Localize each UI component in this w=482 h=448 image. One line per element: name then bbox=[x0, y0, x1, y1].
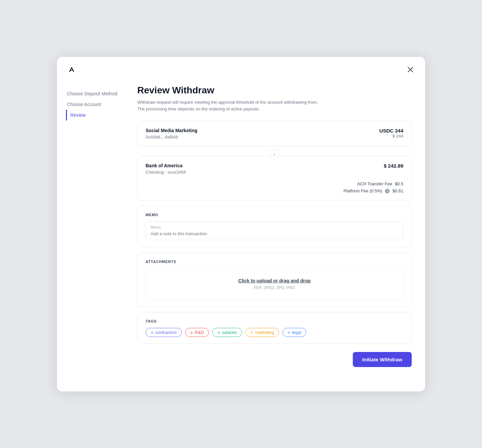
page-title: Review Withdraw bbox=[137, 85, 412, 96]
sidebar-item-review[interactable]: Review bbox=[66, 110, 120, 120]
info-icon[interactable]: i bbox=[385, 189, 390, 193]
ach-fee-row: ACH Transfer Fee $0.5 bbox=[146, 181, 403, 186]
sidebar-item-choose-account[interactable]: Choose Account bbox=[67, 99, 120, 110]
from-account-info: Social Media Marketing 0xA0b8....6eB48 bbox=[146, 128, 197, 140]
down-arrow-icon: ↓ bbox=[270, 149, 279, 159]
ach-fee-label: ACH Transfer Fee bbox=[357, 181, 392, 186]
platform-fee-row: Platform Fee (0.5%) i $0.61 bbox=[146, 188, 403, 193]
from-account-address: 0xA0b8....6eB48 bbox=[146, 135, 197, 140]
tags-card: TAGS + contractors + R&D + salaries bbox=[137, 312, 412, 344]
to-card: Bank of America Checking - xxxx3456 $ 24… bbox=[137, 156, 412, 200]
footer-actions: Initiate Withdraw bbox=[137, 352, 412, 367]
attachments-card: ATTACHMENTS Click to upload or drag and … bbox=[137, 253, 412, 307]
from-amount-usdc: USDC 244 bbox=[379, 128, 403, 133]
from-amount-info: USDC 244 $ 244 bbox=[379, 128, 403, 139]
plus-icon: + bbox=[288, 330, 291, 335]
upload-formats: PDF, JPEG, JPG, PNG bbox=[153, 285, 396, 290]
tag-contractors[interactable]: + contractors bbox=[146, 328, 182, 337]
from-amount-usd: $ 244 bbox=[379, 133, 403, 139]
close-button[interactable] bbox=[405, 64, 416, 75]
to-bank-name: Bank of America bbox=[146, 163, 186, 168]
sidebar: Choose Deposit Method Choose Account Rev… bbox=[57, 85, 131, 367]
to-amount-info: $ 242.89 bbox=[384, 163, 403, 169]
plus-icon: + bbox=[190, 330, 193, 335]
upload-area[interactable]: Click to upload or drag and drop PDF, JP… bbox=[146, 268, 403, 300]
tag-salaries[interactable]: + salaries bbox=[212, 328, 242, 337]
modal-header bbox=[57, 57, 425, 78]
ach-fee-value: $0.5 bbox=[395, 181, 403, 186]
platform-fee-label: Platform Fee (0.5%) bbox=[343, 188, 382, 193]
arrow-divider: ↓ bbox=[137, 149, 412, 159]
to-amount: $ 242.89 bbox=[384, 163, 403, 169]
main-content: Review Withdraw Withdraw request will re… bbox=[131, 85, 425, 367]
to-bank-info: Bank of America Checking - xxxx3456 bbox=[146, 163, 186, 179]
modal-body: Choose Deposit Method Choose Account Rev… bbox=[57, 78, 425, 381]
modal-container: Choose Deposit Method Choose Account Rev… bbox=[57, 57, 425, 391]
platform-fee-value: $0.61 bbox=[392, 188, 403, 193]
memo-field-label: Memo bbox=[151, 225, 398, 229]
memo-section-label: MEMO bbox=[146, 213, 403, 217]
plus-icon: + bbox=[217, 330, 220, 335]
memo-input[interactable] bbox=[151, 231, 398, 236]
from-account-name: Social Media Marketing bbox=[146, 128, 197, 133]
initiate-withdraw-button[interactable]: Initiate Withdraw bbox=[353, 352, 412, 367]
to-card-header: Bank of America Checking - xxxx3456 $ 24… bbox=[146, 163, 403, 179]
to-bank-detail: Checking - xxxx3456 bbox=[146, 170, 186, 175]
memo-card: MEMO Memo bbox=[137, 206, 412, 247]
tags-section-label: TAGS bbox=[146, 319, 403, 323]
upload-text: Click to upload or drag and drop bbox=[153, 278, 396, 283]
tag-marketing[interactable]: + marketing bbox=[245, 328, 279, 337]
from-card: Social Media Marketing 0xA0b8....6eB48 U… bbox=[137, 121, 412, 147]
page-description: Withdraw request will require meeting th… bbox=[137, 99, 412, 113]
memo-input-wrapper: Memo bbox=[146, 221, 403, 240]
sidebar-item-choose-deposit-method[interactable]: Choose Deposit Method bbox=[67, 88, 120, 99]
tags-row: + contractors + R&D + salaries + marketi… bbox=[146, 328, 403, 337]
tag-rnd[interactable]: + R&D bbox=[185, 328, 209, 337]
upload-link-text[interactable]: Click to upload bbox=[238, 278, 272, 283]
plus-icon: + bbox=[250, 330, 253, 335]
plus-icon: + bbox=[151, 330, 154, 335]
logo-icon bbox=[66, 64, 77, 75]
attachments-section-label: ATTACHMENTS bbox=[146, 260, 403, 264]
tag-legal[interactable]: + legal bbox=[283, 328, 306, 337]
